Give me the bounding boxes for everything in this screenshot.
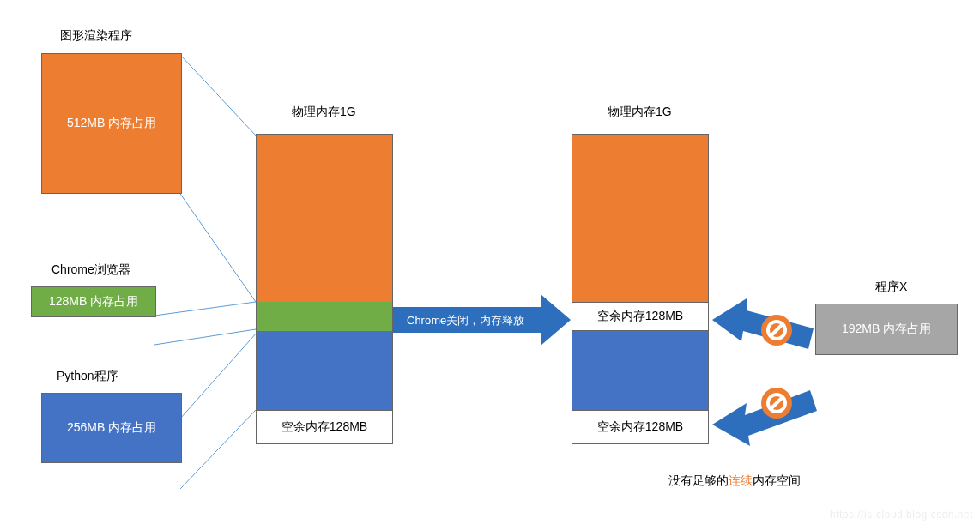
watermark: https://is-cloud.blog.csdn.net	[830, 509, 973, 521]
not-enough-suffix: 内存空间	[753, 473, 801, 487]
program-x-text: 192MB 内存占用	[842, 322, 931, 337]
chrome-title: Chrome浏览器	[51, 262, 130, 278]
chrome-box: 128MB 内存占用	[31, 286, 156, 317]
right-mem-graphics	[572, 134, 709, 302]
graphics-text: 512MB 内存占用	[67, 116, 156, 131]
chrome-text: 128MB 内存占用	[49, 294, 138, 310]
graphics-title: 图形渲染程序	[60, 28, 132, 44]
left-mem-graphics	[256, 134, 393, 302]
right-memory-title: 物理内存1G	[608, 105, 672, 120]
python-box: 256MB 内存占用	[41, 393, 182, 463]
left-mem-free-text: 空余内存128MB	[281, 419, 367, 435]
not-enough-prefix: 没有足够的	[668, 473, 729, 487]
program-x-title: 程序X	[875, 280, 907, 295]
right-mem-python	[572, 331, 709, 410]
left-memory-title: 物理内存1G	[292, 105, 356, 120]
program-x-box: 192MB 内存占用	[815, 304, 958, 355]
release-label: Chrome关闭，内存释放	[407, 313, 524, 328]
python-text: 256MB 内存占用	[67, 420, 156, 436]
right-mem-free2: 空余内存128MB	[572, 410, 709, 444]
left-mem-python	[256, 331, 393, 410]
not-enough-highlight: 连续	[729, 473, 753, 487]
left-mem-chrome	[256, 302, 393, 331]
python-title: Python程序	[57, 369, 118, 384]
not-enough-label: 没有足够的连续内存空间	[668, 473, 801, 489]
right-mem-free1: 空余内存128MB	[572, 302, 709, 331]
right-mem-free2-text: 空余内存128MB	[597, 419, 683, 435]
right-mem-free1-text: 空余内存128MB	[597, 309, 683, 324]
graphics-box: 512MB 内存占用	[41, 53, 182, 194]
left-mem-free: 空余内存128MB	[256, 410, 393, 444]
